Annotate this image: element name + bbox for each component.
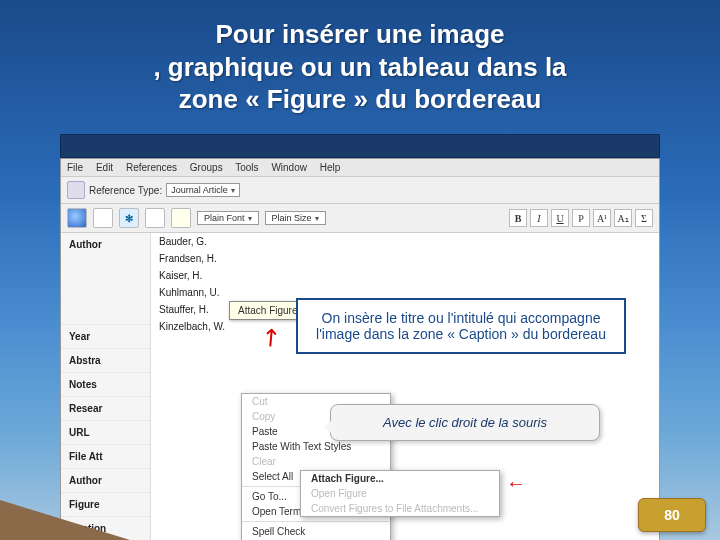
menu-edit[interactable]: Edit [96, 162, 113, 173]
title-line1: Pour insérer une image [216, 19, 505, 49]
plain-button[interactable]: P [572, 209, 590, 227]
navy-bar [60, 134, 660, 158]
font-select[interactable]: Plain Font ▾ [197, 211, 259, 225]
ctx-clear[interactable]: Clear [242, 454, 390, 469]
document-icon [67, 181, 85, 199]
title-line2: , graphique ou un tableau dans la [153, 52, 566, 82]
author-value-3[interactable]: Kaiser, H. [151, 267, 659, 284]
menubar: File Edit References Groups Tools Window… [61, 159, 659, 177]
menu-window[interactable]: Window [271, 162, 307, 173]
label-resear: Resear [61, 396, 150, 420]
symbol-button[interactable]: Σ [635, 209, 653, 227]
page-number: 80 [664, 507, 680, 523]
figure-submenu: Attach Figure... Open Figure Convert Fig… [300, 470, 500, 517]
menu-file[interactable]: File [67, 162, 83, 173]
red-arrow-left-icon: ← [506, 472, 526, 495]
chevron-down-icon: ▾ [315, 214, 319, 223]
misc-icon-1[interactable] [145, 208, 165, 228]
mountain-decoration [0, 500, 130, 540]
menu-references[interactable]: References [126, 162, 177, 173]
format-buttons: B I U P A¹ A₁ Σ [509, 209, 653, 227]
tooltip-text: Attach Figure [238, 305, 297, 316]
chevron-down-icon: ▾ [248, 214, 252, 223]
italic-button[interactable]: I [530, 209, 548, 227]
slide-title: Pour insérer une image , graphique ou un… [0, 18, 720, 116]
label-author: Author [61, 233, 150, 256]
menu-groups[interactable]: Groups [190, 162, 223, 173]
submenu-convert[interactable]: Convert Figures to File Attachments... [301, 501, 499, 516]
paint-icon[interactable] [171, 208, 191, 228]
attach-figure-tooltip: Attach Figure [229, 301, 306, 320]
ctx-paste-styles[interactable]: Paste With Text Styles [242, 439, 390, 454]
globe-icon[interactable] [67, 208, 87, 228]
callout-text: On insère le titre ou l'intitulé qui acc… [316, 310, 606, 342]
gear-icon[interactable]: ✻ [119, 208, 139, 228]
label-url: URL [61, 420, 150, 444]
size-select[interactable]: Plain Size ▾ [265, 211, 326, 225]
reftype-value: Journal Article [171, 185, 228, 195]
size-select-value: Plain Size [272, 213, 312, 223]
ctx-sep [242, 521, 390, 522]
book-icon[interactable] [93, 208, 113, 228]
subscript-button[interactable]: A₁ [614, 209, 632, 227]
ctx-spell[interactable]: Spell Check [242, 524, 390, 539]
label-fileatt: File Att [61, 444, 150, 468]
superscript-button[interactable]: A¹ [593, 209, 611, 227]
menu-help[interactable]: Help [320, 162, 341, 173]
field-labels: Author Year Abstra Notes Resear URL File… [61, 233, 151, 540]
author-value-1[interactable]: Bauder, G. [151, 233, 659, 250]
page-number-badge: 80 [638, 498, 706, 532]
speech-text: Avec le clic droit de la souris [383, 415, 547, 430]
toolbar-row-reftype: Reference Type: Journal Article ▾ [61, 177, 659, 204]
label-notes: Notes [61, 372, 150, 396]
caption-callout: On insère le titre ou l'intitulé qui acc… [296, 298, 626, 354]
font-select-value: Plain Font [204, 213, 245, 223]
label-author2: Author [61, 468, 150, 492]
label-year: Year [61, 324, 150, 348]
chevron-down-icon: ▾ [231, 186, 235, 195]
title-line3: zone « Figure » du bordereau [179, 84, 542, 114]
speech-bubble: Avec le clic droit de la souris [330, 404, 600, 441]
reftype-label: Reference Type: [89, 185, 162, 196]
submenu-open[interactable]: Open Figure [301, 486, 499, 501]
submenu-attach[interactable]: Attach Figure... [301, 471, 499, 486]
label-abstra: Abstra [61, 348, 150, 372]
toolbar-row-format: ✻ Plain Font ▾ Plain Size ▾ B I U P A¹ A… [61, 204, 659, 233]
bold-button[interactable]: B [509, 209, 527, 227]
author-value-2[interactable]: Frandsen, H. [151, 250, 659, 267]
reftype-select[interactable]: Journal Article ▾ [166, 183, 240, 197]
menu-tools[interactable]: Tools [235, 162, 258, 173]
underline-button[interactable]: U [551, 209, 569, 227]
